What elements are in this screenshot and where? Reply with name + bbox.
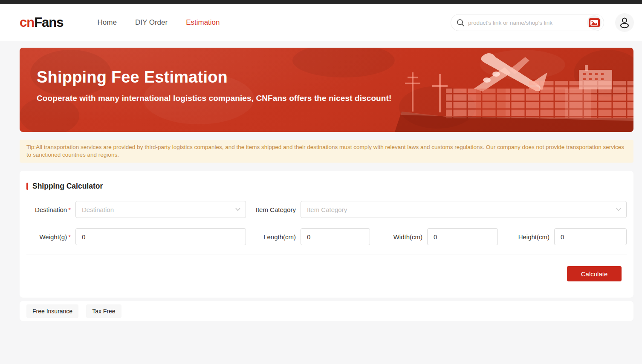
calculator-title: Shipping Calculator [32, 182, 103, 191]
item-category-label: Item Category [251, 206, 296, 213]
weight-input[interactable] [75, 228, 246, 245]
button-row: Calculate [26, 266, 627, 281]
height-label: Height(cm) [503, 233, 549, 241]
shipping-calculator-card: Shipping Calculator Destination* Destina… [20, 171, 633, 298]
banner-text: Shipping Fee Estimation Cooperate with m… [20, 48, 633, 103]
user-avatar-button[interactable] [615, 13, 634, 32]
required-mark: * [68, 233, 71, 241]
nav-item-estimation[interactable]: Estimation [186, 18, 220, 27]
info-tabs-bar: Free Insurance Tax Free [20, 301, 633, 321]
search-bar[interactable] [451, 14, 604, 31]
destination-select[interactable]: Destination [75, 201, 246, 218]
required-mark: * [68, 206, 71, 213]
height-input[interactable] [554, 228, 627, 245]
top-dark-bar [0, 0, 642, 4]
content: Shipping Fee Estimation Cooperate with m… [0, 41, 642, 321]
calculate-button[interactable]: Calculate [567, 266, 622, 281]
card-title: Shipping Calculator [26, 182, 627, 191]
chevron-down-icon [616, 208, 621, 211]
form-row-2: Weight(g)* Length(cm) Width(cm) Height(c… [26, 228, 627, 245]
tab-free-insurance[interactable]: Free Insurance [26, 304, 78, 318]
length-label: Length(cm) [251, 233, 296, 241]
width-label: Width(cm) [375, 233, 422, 241]
destination-label: Destination* [26, 206, 71, 213]
item-category-select[interactable]: Item Category [301, 201, 627, 218]
weight-label: Weight(g)* [26, 233, 71, 241]
title-accent-bar [26, 183, 28, 190]
width-input[interactable] [427, 228, 498, 245]
item-category-placeholder: Item Category [307, 206, 347, 213]
destination-placeholder: Destination [82, 206, 114, 213]
logo-part-fans: Fans [34, 15, 63, 30]
banner-subtitle: Cooperate with many international logist… [37, 94, 633, 103]
nav-item-diy-order[interactable]: DIY Order [135, 18, 168, 27]
search-icon [457, 19, 465, 27]
tip-notice: Tip:All transportation services are prov… [20, 140, 633, 163]
nav-item-home[interactable]: Home [98, 18, 117, 27]
banner-title: Shipping Fee Estimation [37, 68, 633, 86]
form-row-1: Destination* Destination Item Category I… [26, 201, 627, 218]
hero-banner: Shipping Fee Estimation Cooperate with m… [20, 48, 633, 132]
search-input[interactable] [468, 20, 587, 26]
main-nav: Home DIY Order Estimation [98, 18, 220, 27]
header: cnFans Home DIY Order Estimation [0, 4, 642, 41]
chevron-down-icon [235, 208, 240, 211]
card-divider [26, 255, 627, 255]
length-input[interactable] [301, 228, 370, 245]
tab-tax-free[interactable]: Tax Free [86, 304, 121, 318]
page: cnFans Home DIY Order Estimation [0, 0, 642, 364]
image-search-button[interactable] [587, 15, 602, 30]
header-right [451, 13, 634, 32]
user-icon [619, 17, 630, 29]
logo-part-cn: cn [20, 15, 34, 30]
cnfans-logo[interactable]: cnFans [20, 15, 64, 30]
image-search-icon [589, 18, 600, 27]
